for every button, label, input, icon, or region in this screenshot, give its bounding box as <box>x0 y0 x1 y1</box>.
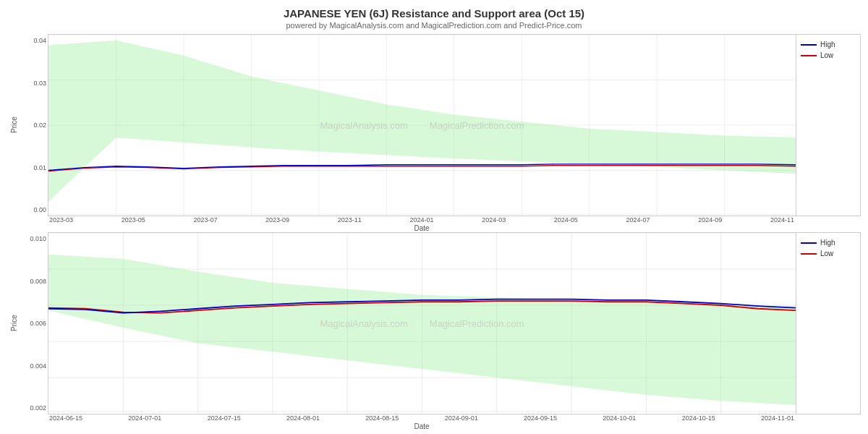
chart1-xlabel-2: 2023-07 <box>193 216 217 224</box>
chart1-ytick-3: 0.03 <box>20 80 46 87</box>
chart1-high-line <box>801 44 817 46</box>
chart2-xlabel-4: 2024-08-15 <box>365 414 399 422</box>
chart2-xaxis-spacer2 <box>20 414 48 430</box>
chart2-xlabel-8: 2024-10-15 <box>682 414 715 422</box>
chart2-svg <box>48 233 796 414</box>
chart1-xaxis-wrapper: 2023-03 2023-05 2023-07 2023-09 2023-11 … <box>7 216 861 232</box>
chart2-xaxis-title: Date <box>48 422 796 430</box>
chart1-xaxis-spacer2 <box>20 216 48 232</box>
chart1-xlabel-1: 2023-05 <box>122 216 145 224</box>
chart1-area: MagicalAnalysis.com MagicalPrediction.co… <box>48 34 796 216</box>
chart1-xlabel-6: 2024-03 <box>482 216 506 224</box>
charts-wrapper: Price 0.04 0.03 0.02 0.01 0.00 MagicalAn… <box>7 34 861 430</box>
chart2-ytick-1: 0.002 <box>20 404 46 412</box>
chart1-legend: High Low <box>796 34 861 216</box>
chart1-ytick-0: 0.00 <box>20 206 46 213</box>
chart1-low-label: Low <box>820 51 833 59</box>
chart1-xlabel-4: 2023-11 <box>338 216 362 224</box>
chart1-y-label: Price <box>7 34 20 216</box>
chart2-legend-high: High <box>801 239 856 247</box>
chart2-ytick-4: 0.008 <box>20 278 46 285</box>
chart2-xlabel-2: 2024-07-15 <box>208 414 241 422</box>
chart2-high-line <box>801 242 817 244</box>
chart1-xaxis-inner: 2023-03 2023-05 2023-07 2023-09 2023-11 … <box>48 216 796 232</box>
chart2-y-label: Price <box>7 232 20 414</box>
page-title: JAPANESE YEN (6J) Resistance and Support… <box>7 7 861 20</box>
chart1-xlabel-9: 2024-09 <box>698 216 722 224</box>
chart2-xaxis-wrapper: 2024-06-15 2024-07-01 2024-07-15 2024-08… <box>7 414 861 430</box>
chart1-ytick-4: 0.04 <box>20 37 46 44</box>
chart1-legend-low: Low <box>801 51 856 59</box>
chart1-high-label: High <box>820 41 835 48</box>
chart1-low-line <box>801 55 817 56</box>
chart1-svg <box>48 35 796 216</box>
chart1-container: Price 0.04 0.03 0.02 0.01 0.00 MagicalAn… <box>7 34 861 216</box>
chart2-xlabel-1: 2024-07-01 <box>128 414 161 422</box>
chart1-ytick-1: 0.01 <box>20 164 46 171</box>
chart2-ytick-3: 0.006 <box>20 320 46 327</box>
chart2-xaxis-inner: 2024-06-15 2024-07-01 2024-07-15 2024-08… <box>48 414 796 430</box>
chart2-xlabel-5: 2024-09-01 <box>445 414 478 422</box>
chart2-legend-low: Low <box>801 250 856 258</box>
chart1-legend-high: High <box>801 41 856 48</box>
chart1-xlabel-0: 2023-03 <box>49 216 73 224</box>
chart1-xlabel-8: 2024-07 <box>626 216 650 224</box>
chart2-low-line <box>801 253 817 255</box>
chart2-xaxis-spacer3 <box>796 414 861 430</box>
chart1-xaxis-spacer1 <box>7 216 20 232</box>
chart1-xlabel-3: 2023-09 <box>265 216 289 224</box>
svg-marker-15 <box>48 41 796 202</box>
chart2-xlabel-9: 2024-11-01 <box>761 414 794 422</box>
chart2-xlabel-0: 2024-06-15 <box>49 414 82 422</box>
chart2-legend: High Low <box>796 232 861 414</box>
chart2-low-label: Low <box>820 250 833 258</box>
page-container: JAPANESE YEN (6J) Resistance and Support… <box>0 0 868 434</box>
chart2-xaxis-spacer1 <box>7 414 20 430</box>
chart1-xlabel-5: 2024-01 <box>409 216 433 224</box>
chart2-high-label: High <box>820 239 835 247</box>
chart1-xaxis-spacer3 <box>796 216 861 232</box>
chart2-xlabel-6: 2024-09-15 <box>524 414 557 422</box>
chart2-area: MagicalAnalysis.com MagicalPrediction.co… <box>48 232 796 414</box>
chart1-xlabel-7: 2024-05 <box>554 216 578 224</box>
chart2-ytick-2: 0.004 <box>20 362 46 370</box>
chart2-container: Price 0.010 0.008 0.006 0.004 0.002 Magi… <box>7 232 861 414</box>
chart2-xlabel-3: 2024-08-01 <box>286 414 320 422</box>
chart1-xaxis-title: Date <box>48 224 796 232</box>
chart1-ytick-2: 0.02 <box>20 122 46 129</box>
chart2-ytick-5: 0.010 <box>20 235 46 242</box>
page-subtitle: powered by MagicalAnalysis.com and Magic… <box>7 21 861 30</box>
chart2-xlabel-7: 2024-10-01 <box>603 414 636 422</box>
chart1-xlabel-10: 2024-11 <box>770 216 794 224</box>
